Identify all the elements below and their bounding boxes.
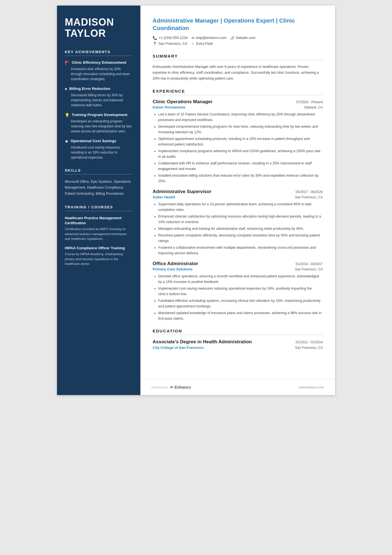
email-contact: ✉ help@enhancv.com (192, 36, 227, 40)
location-contact: 📍 San Francisco, CA (153, 42, 187, 46)
job-title: Clinic Operations Manager (153, 99, 212, 105)
job-entry: Office Administrator 01/2014 - 04/2017 P… (153, 261, 323, 321)
main-content: Administrative Manager | Operations Expe… (140, 6, 335, 379)
achievement-title: 🚩 Clinic Efficiency Enhancement (65, 60, 133, 65)
footer: Powered by ∞ Enhancv www.enhancv.com (140, 379, 335, 395)
education-section-title: EDUCATION (153, 329, 323, 335)
location-icon: 📍 (153, 42, 157, 46)
edu-degree: Associate's Degree in Health Administrat… (153, 339, 252, 345)
job-location: San Francisco, CA (295, 195, 323, 199)
edu-dates: 01/2012 - 01/2014 (296, 340, 323, 344)
courses-list: Healthcare Practice Management Certifica… (65, 216, 133, 266)
job-dates: 05/2017 - 06/2020 (296, 190, 323, 194)
bullet-item: Installed innovative billing solutions t… (158, 173, 323, 184)
candidate-name: MADISON TAYLOR (65, 17, 133, 39)
location-row: 📍 San Francisco, CA ☆ Extra Field (153, 42, 323, 46)
edu-school-row: City College of San Francisco San Franci… (153, 346, 323, 350)
job-dates: 07/2020 - Present (296, 100, 323, 104)
footer-left: Powered by ∞ Enhancv (152, 384, 191, 390)
achievement-desc: Developed an onboarding program reducing… (65, 119, 133, 134)
summary-section-title: SUMMARY (153, 54, 323, 60)
skills-section-title: SKILLS (65, 168, 133, 174)
bullet-item: Facilitated effective scheduling systems… (158, 298, 323, 309)
achievement-item: 💡 Training Program Development Developed… (65, 113, 133, 134)
enhancv-logo: ∞ Enhancv (170, 384, 191, 390)
company-name: Kaiser Permanente (153, 105, 185, 109)
achievements-section-title: KEY ACHIEVEMENTS (65, 50, 133, 56)
course-desc: Course by HIPAA Academy, emphasizing pri… (65, 252, 133, 266)
job-entry: Administrative Supervisor 05/2017 - 06/2… (153, 189, 323, 256)
bulb-icon: 💡 (65, 113, 70, 117)
achievement-item: 🚩 Clinic Efficiency Enhancement Increase… (65, 60, 133, 82)
company-name: Primary Care Solutions (153, 267, 193, 271)
edu-location: San Francisco, CA (295, 346, 323, 350)
exp-header: Office Administrator 01/2014 - 04/2017 (153, 261, 323, 267)
bullet-item: Managed onboarding and training for admi… (158, 226, 323, 231)
achievement-desc: Decreased billing errors by 30% by imple… (65, 93, 133, 108)
school-name: City College of San Francisco (153, 346, 204, 350)
education-entry: Associate's Degree in Health Administrat… (153, 339, 323, 350)
course-item: Healthcare Practice Management Certifica… (65, 216, 133, 241)
powered-by-label: Powered by (152, 386, 168, 389)
infinity-icon: ∞ (170, 384, 173, 390)
achievement-item: ★ Operational Cost Savings Introduced co… (65, 139, 133, 160)
exp-company-row: Sutter Health San Francisco, CA (153, 195, 323, 199)
exp-header: Clinic Operations Manager 07/2020 - Pres… (153, 99, 323, 105)
bullet-item: Developed comprehensive training program… (158, 124, 323, 135)
achievements-list: 🚩 Clinic Efficiency Enhancement Increase… (65, 60, 133, 160)
bullet-item: Implemented cost-saving measures reducin… (158, 286, 323, 297)
linkedin-icon: 🔗 (230, 36, 235, 40)
exp-company-row: Primary Care Solutions San Francisco, CA (153, 267, 323, 271)
skills-text: Microsoft Office, Epic Systems, Operatio… (65, 179, 133, 197)
course-desc: Certification provided by AAPC focusing … (65, 227, 133, 241)
bullet-item: Directed office operations, ensuring a s… (158, 273, 323, 285)
bullet-item: Led a team of 15 Patient Service Coordin… (158, 112, 323, 123)
course-title: Healthcare Practice Management Certifica… (65, 216, 133, 226)
summary-text: Enthusiastic Administrative Manager with… (153, 64, 323, 82)
job-location: San Francisco, CA (295, 267, 323, 271)
job-location: Oakland, CA (304, 105, 323, 109)
footer-website: www.enhancv.com (299, 386, 324, 389)
phone-contact: 📞 +1-(234)-555-1234 (153, 36, 188, 40)
training-section-title: TRAINING / COURSES (65, 205, 133, 211)
exp-company-row: Kaiser Permanente Oakland, CA (153, 105, 323, 109)
email-icon: ✉ (192, 36, 195, 40)
sidebar: MADISON TAYLOR KEY ACHIEVEMENTS 🚩 Clinic… (57, 6, 140, 395)
achievement-desc: Increased clinic efficiency by 20% throu… (65, 66, 133, 82)
bullet-item: Resolved patient complaints efficiently,… (158, 233, 323, 244)
star-icon: ★ (65, 139, 68, 144)
bullet-item: Supervised daily operations for a 10-per… (158, 201, 323, 213)
star-contact-icon: ☆ (191, 42, 195, 46)
bullet-item: Maintained updated knowledge of insuranc… (158, 310, 323, 321)
achievement-desc: Introduced cost-saving measures resultin… (65, 145, 133, 160)
job-title: Administrative Supervisor (153, 189, 212, 194)
edu-header: Associate's Degree in Health Administrat… (153, 339, 323, 345)
job-title: Office Administrator (153, 261, 198, 267)
main-headline: Administrative Manager | Operations Expe… (153, 17, 323, 32)
course-title: HIPAA Compliance Officer Training (65, 246, 133, 251)
bullet-item: Fostered a collaborative environment wit… (158, 245, 323, 256)
linkedin-contact: 🔗 linkedin.com (230, 36, 255, 40)
job-bullets: Supervised daily operations for a 10-per… (153, 201, 323, 256)
achievement-title: 💡 Training Program Development (65, 113, 133, 117)
contact-row: 📞 +1-(234)-555-1234 ✉ help@enhancv.com 🔗… (153, 36, 323, 40)
resume-container: MADISON TAYLOR KEY ACHIEVEMENTS 🚩 Clinic… (57, 6, 335, 395)
job-entry: Clinic Operations Manager 07/2020 - Pres… (153, 99, 323, 184)
achievement-icon: 🚩 (65, 61, 70, 65)
job-bullets: Led a team of 15 Patient Service Coordin… (153, 112, 323, 184)
heart-icon: ♥ (65, 87, 67, 91)
achievement-title: ★ Operational Cost Savings (65, 139, 133, 144)
bullet-item: Implemented compliance programs adhering… (158, 148, 323, 159)
bullet-item: Enhanced clinician satisfaction by optim… (158, 214, 323, 225)
experience-section-title: EXPERIENCE (153, 89, 323, 95)
achievement-item: ♥ Billing Error Reduction Decreased bill… (65, 87, 133, 108)
bullet-item: Collaborated with HR to enhance staff pe… (158, 161, 323, 172)
extra-field: ☆ Extra Field (191, 42, 213, 46)
phone-icon: 📞 (153, 36, 157, 40)
exp-header: Administrative Supervisor 05/2017 - 06/2… (153, 189, 323, 194)
achievement-title: ♥ Billing Error Reduction (65, 87, 133, 91)
bullet-item: Optimized appointment scheduling protoco… (158, 136, 323, 147)
job-bullets: Directed office operations, ensuring a s… (153, 273, 323, 321)
course-item: HIPAA Compliance Officer Training Course… (65, 246, 133, 266)
company-name: Sutter Health (153, 195, 175, 199)
